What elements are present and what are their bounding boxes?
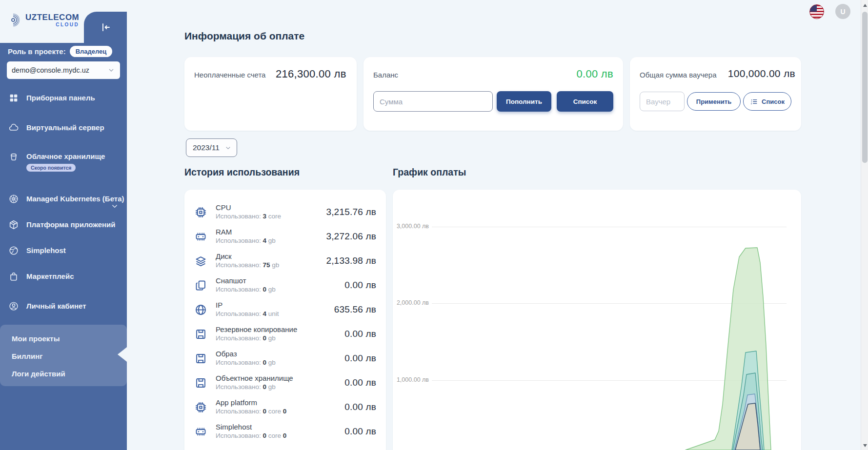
personal-account-submenu: Мои проекты Биллинг Логи действий [0,325,127,386]
voucher-label: Общая сумма ваучера [640,71,717,79]
usage-value: 3,215.76 лв [326,207,376,217]
globe-icon [194,303,207,316]
active-item-notch [118,347,127,362]
usage-value: 2,133.98 лв [326,255,376,266]
ram-icon [194,425,207,438]
scrollbar-thumb[interactable] [862,12,868,163]
usage-row-simplehost: Simplehost Использовано: 0 core 0 0.00 л… [184,419,386,444]
usage-row-image: Образ Использовано: 0 gb 0.00 лв [184,346,386,371]
list-icon [750,98,758,106]
scroll-down-arrow-icon[interactable] [863,444,867,447]
usage-row-object-storage: Объектное хранилище Использовано: 0 gb 0… [184,371,386,395]
chevron-down-icon [107,66,115,74]
cpu-icon [194,206,207,219]
sidebar-item-virtual-server[interactable]: Виртуальный сервер [0,122,127,133]
usage-row-cpu: CPU Использовано: 3 core 3,215.76 лв [184,200,386,224]
uztelecom-logo-icon [7,13,21,27]
dashboard-grid-icon [8,93,19,103]
role-label: Роль в проекте: [8,47,66,56]
cube-icon [8,219,19,230]
project-select[interactable]: demo@console.mydc.uz [7,61,120,79]
payment-chart-card: 3,000.00 лв 2,000.00 лв 1,000.00 лв [393,190,801,450]
sidebar-item-kubernetes[interactable]: Managed Kubernetes (Бета) [0,194,127,204]
page-title: Информация об оплате [184,30,304,42]
coming-soon-badge: Скоро появится [26,164,76,172]
floppy-icon [194,376,207,390]
usage-value: 635.56 лв [334,304,376,315]
balance-card: Баланс 0.00 лв Пополнить Список [363,57,623,131]
usage-value: 0.00 лв [344,402,376,412]
shopping-bag-icon [8,271,19,282]
sidebar-collapse-button[interactable] [84,12,127,43]
floppy-icon [194,352,207,365]
cpu-icon [194,401,207,414]
brand-name: UZTELECOM [25,13,79,21]
submenu-item-billing[interactable]: Биллинг [12,347,43,365]
submenu-item-my-projects[interactable]: Мои проекты [12,330,60,347]
submenu-item-action-logs[interactable]: Логи действий [12,365,65,382]
sidebar-item-dashboard[interactable]: Приборная панель [0,93,127,103]
chevron-down-icon [224,144,232,152]
sidebar-item-personal-account[interactable]: Личный кабинет [0,301,127,312]
payment-chart-title: График оплаты [393,167,466,178]
balance-value: 0.00 лв [576,68,613,80]
voucher-list-button[interactable]: Список [743,92,791,111]
unpaid-bills-value: 216,300.00 лв [276,68,346,80]
sidebar-item-app-platform[interactable]: Платформа приложений [0,219,127,230]
usage-row-ram: RAM Использовано: 4 gb 3,272.06 лв [184,224,386,249]
amount-input[interactable] [373,91,493,112]
page-scrollbar[interactable] [861,0,868,450]
balance-list-button[interactable]: Список [557,91,613,112]
globe-icon [8,245,19,256]
sidebar-item-marketplace[interactable]: Маркетплейс [0,271,127,282]
billing-page: UZTELECOM CLOUD Роль в проекте: Владелец… [0,0,868,450]
voucher-card: Общая сумма ваучера 100,000.00 лв Примен… [630,57,801,131]
brand-sub: CLOUD [56,22,79,27]
usage-row-backup: Резервное копирование Использовано: 0 gb… [184,322,386,346]
sidebar: UZTELECOM CLOUD Роль в проекте: Владелец… [0,0,127,450]
kubernetes-icon [8,194,19,204]
snapshot-copy-icon [194,279,207,292]
role-badge: Владелец [70,46,113,57]
collapse-icon [100,21,111,33]
project-select-value: demo@console.mydc.uz [12,66,89,74]
project-role-row: Роль в проекте: Владелец [8,46,112,57]
usage-value: 0.00 лв [344,329,376,339]
usage-row-snapshot: Снапшот Использовано: 0 gb 0.00 лв [184,273,386,297]
usage-history-card: CPU Использовано: 3 core 3,215.76 лв RAM… [184,190,386,450]
usage-value: 0.00 лв [344,426,376,437]
sidebar-body: Роль в проекте: Владелец demo@console.my… [0,43,127,450]
language-flag-icon[interactable] [809,4,824,19]
voucher-input[interactable] [640,92,685,111]
period-select-value: 2023/11 [193,143,220,152]
usage-value: 0.00 лв [344,377,376,388]
logo-area: UZTELECOM CLOUD [0,0,127,43]
logo[interactable]: UZTELECOM CLOUD [7,13,79,27]
usage-value: 0.00 лв [344,280,376,291]
disk-layers-icon [194,254,207,268]
usage-row-app-platform: App platform Использовано: 0 core 0 0.00… [184,395,386,419]
usage-row-disk: Диск Использовано: 75 gb 2,133.98 лв [184,249,386,273]
apply-voucher-button[interactable]: Применить [687,92,741,111]
usage-history-title: История использования [184,167,300,178]
usage-row-ip: IP Использовано: 4 unit 635.56 лв [184,297,386,322]
stacked-area-chart [393,190,801,450]
unpaid-bills-label: Неоплаченные счета [194,71,265,79]
sidebar-item-cloud-storage[interactable]: Облачное хранилище Скоро появится [0,151,127,172]
ram-icon [194,230,207,243]
topup-button[interactable]: Пополнить [497,91,551,112]
bucket-icon [8,151,19,162]
period-select[interactable]: 2023/11 [186,138,237,157]
usage-value: 3,272.06 лв [326,231,376,242]
user-avatar[interactable]: U [835,4,850,19]
sidebar-item-simplehost[interactable]: Simplehost [0,245,127,256]
scroll-up-arrow-icon[interactable] [863,4,867,7]
user-icon [8,301,19,312]
balance-label: Баланс [373,71,398,79]
floppy-icon [194,328,207,341]
unpaid-bills-card: Неоплаченные счета 216,300.00 лв [184,57,357,131]
usage-value: 0.00 лв [344,353,376,364]
cloud-icon [8,122,19,133]
voucher-value: 100,000.00 лв [728,68,795,79]
